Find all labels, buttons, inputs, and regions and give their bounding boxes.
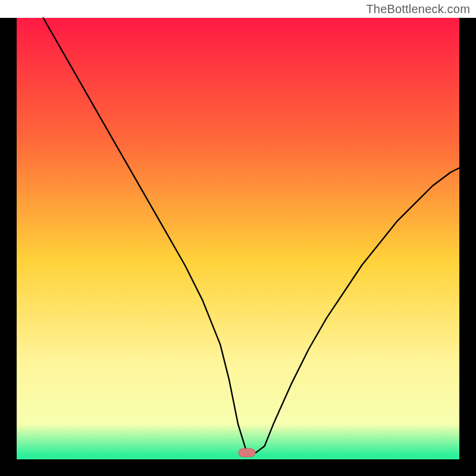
bottleneck-chart [0,0,476,476]
optimal-point-marker [239,449,255,457]
gradient-background [17,18,459,459]
chart-container: TheBottleneck.com [0,0,476,476]
watermark-text: TheBottleneck.com [366,2,470,16]
plot-area [0,18,476,476]
